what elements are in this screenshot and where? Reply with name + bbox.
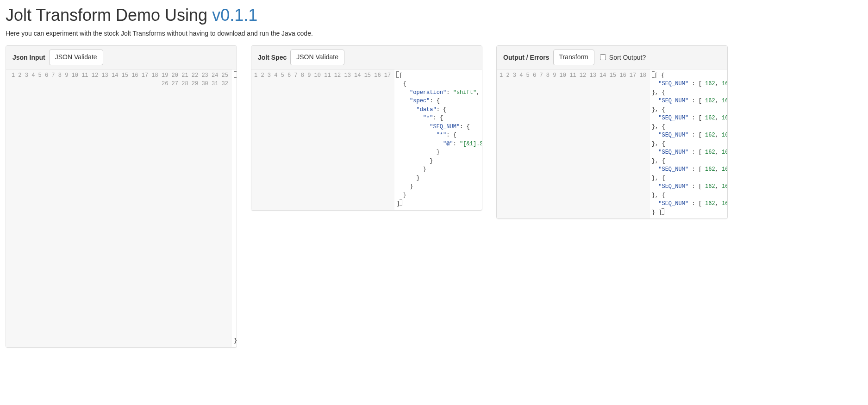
sort-output-checkbox[interactable] [600,54,606,60]
jolt-spec-gutter: 1 2 3 4 5 6 7 8 9 10 11 12 13 14 15 16 1… [251,69,394,210]
jolt-spec-editor[interactable]: 1 2 3 4 5 6 7 8 9 10 11 12 13 14 15 16 1… [251,69,482,210]
output-header: Output / Errors Transform Sort Output? [497,46,727,69]
version-link[interactable]: v0.1.1 [212,6,257,25]
jolt-spec-title: Jolt Spec [258,54,287,61]
output-gutter: 1 2 3 4 5 6 7 8 9 10 11 12 13 14 15 16 1… [497,69,650,219]
jolt-spec-validate-button[interactable]: JSON Validate [290,50,344,65]
json-input-panel: Json Input JSON Validate 1 2 3 4 5 6 7 8… [6,45,237,348]
sort-output-label: Sort Output? [609,54,646,61]
output-title: Output / Errors [503,54,550,61]
page-title: Jolt Transform Demo Using v0.1.1 [6,6,862,25]
json-input-code[interactable]: { "headers": { "query": "NA", "param": "… [232,69,237,347]
json-input-header: Json Input JSON Validate [6,46,237,69]
page-subtitle: Here you can experiment with the stock J… [6,30,862,37]
json-input-gutter: 1 2 3 4 5 6 7 8 9 10 11 12 13 14 15 16 1… [6,69,232,347]
json-input-validate-button[interactable]: JSON Validate [49,50,103,65]
output-panel: Output / Errors Transform Sort Output? 1… [496,45,728,219]
output-editor[interactable]: 1 2 3 4 5 6 7 8 9 10 11 12 13 14 15 16 1… [497,69,727,219]
output-code[interactable]: [ { "SEQ_NUM" : [ 162, 162 ] }, { "SEQ_N… [650,69,727,219]
jolt-spec-panel: Jolt Spec JSON Validate 1 2 3 4 5 6 7 8 … [251,45,482,211]
columns: Json Input JSON Validate 1 2 3 4 5 6 7 8… [6,45,862,348]
transform-button[interactable]: Transform [553,50,594,65]
jolt-spec-code[interactable]: [ { "operation": "shift", "spec": { "dat… [394,69,482,210]
jolt-spec-header: Jolt Spec JSON Validate [251,46,482,69]
json-input-editor[interactable]: 1 2 3 4 5 6 7 8 9 10 11 12 13 14 15 16 1… [6,69,237,347]
sort-output-wrap[interactable]: Sort Output? [598,53,646,62]
page-title-text: Jolt Transform Demo Using [6,6,212,25]
json-input-title: Json Input [12,54,45,61]
